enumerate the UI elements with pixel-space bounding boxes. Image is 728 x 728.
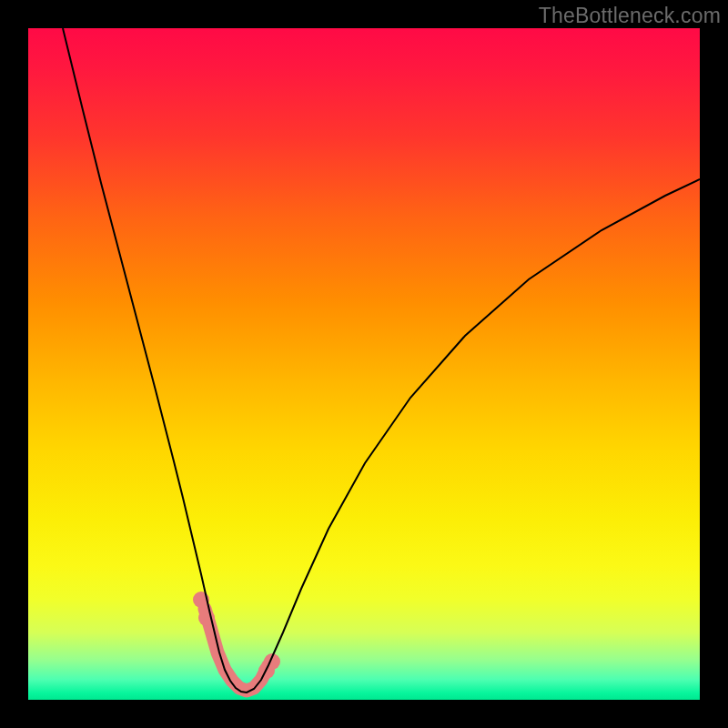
chart-frame: TheBottleneck.com [0, 0, 728, 728]
plot-area [28, 28, 700, 700]
curve-layer [28, 28, 700, 700]
watermark-text: TheBottleneck.com [539, 4, 721, 28]
main-curve [63, 28, 700, 693]
pink-segment [205, 609, 268, 691]
